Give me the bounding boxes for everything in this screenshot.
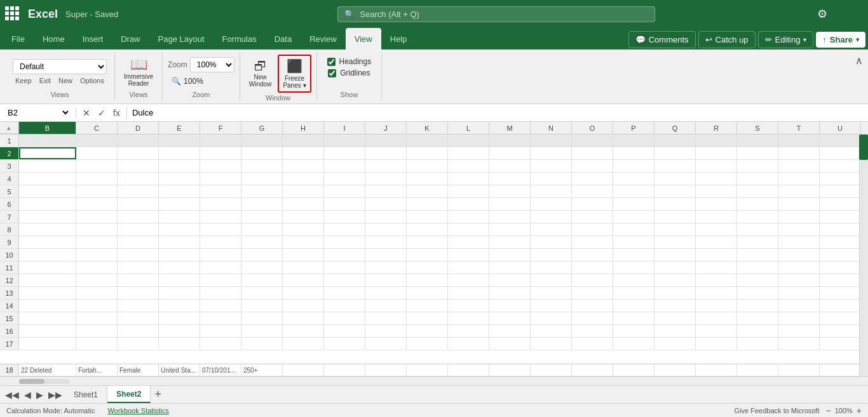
grid-cell[interactable] bbox=[654, 312, 696, 324]
grid-cell[interactable] bbox=[448, 312, 489, 324]
grid-cell[interactable] bbox=[407, 300, 448, 312]
cell-P1[interactable] bbox=[613, 135, 654, 147]
grid-cell[interactable] bbox=[159, 338, 200, 350]
cell-I1[interactable] bbox=[324, 135, 365, 147]
grid-cell[interactable] bbox=[365, 211, 407, 223]
grid-cell[interactable] bbox=[159, 287, 200, 299]
grid-cell[interactable] bbox=[654, 338, 696, 350]
grid-cell[interactable] bbox=[572, 338, 613, 350]
grid-cell[interactable] bbox=[696, 160, 737, 172]
grid-cell[interactable] bbox=[654, 287, 696, 299]
grid-cell[interactable] bbox=[696, 274, 737, 286]
grid-cell[interactable] bbox=[407, 185, 448, 197]
grid-cell[interactable] bbox=[778, 198, 820, 210]
cell-K2[interactable] bbox=[407, 147, 448, 159]
grid-cell[interactable] bbox=[696, 236, 737, 248]
grid-cell[interactable] bbox=[820, 173, 861, 185]
grid-cell[interactable] bbox=[531, 198, 572, 210]
cell-O18[interactable] bbox=[572, 364, 613, 376]
grid-cell[interactable] bbox=[778, 300, 820, 312]
grid-cell[interactable] bbox=[19, 249, 76, 261]
grid-cell[interactable] bbox=[365, 312, 407, 324]
cell-H1[interactable] bbox=[283, 135, 324, 147]
grid-cell[interactable] bbox=[820, 300, 861, 312]
cell-M18[interactable] bbox=[489, 364, 531, 376]
grid-cell[interactable] bbox=[76, 325, 118, 337]
grid-cell[interactable] bbox=[737, 325, 778, 337]
cell-F18[interactable]: 07/10/201... bbox=[200, 364, 241, 376]
grid-cell[interactable] bbox=[778, 312, 820, 324]
grid-cell[interactable] bbox=[696, 223, 737, 235]
cell-C2[interactable] bbox=[76, 147, 118, 159]
grid-cell[interactable] bbox=[200, 300, 241, 312]
grid-cell[interactable] bbox=[654, 261, 696, 274]
row-header-15[interactable]: 15 bbox=[0, 312, 19, 324]
grid-cell[interactable] bbox=[820, 185, 861, 197]
grid-cell[interactable] bbox=[531, 300, 572, 312]
col-header-M[interactable]: M bbox=[489, 122, 531, 134]
grid-cell[interactable] bbox=[489, 312, 531, 324]
cell-N2[interactable] bbox=[531, 147, 572, 159]
gridlines-checkbox[interactable] bbox=[328, 69, 336, 77]
grid-cell[interactable] bbox=[572, 198, 613, 210]
cell-R18[interactable] bbox=[696, 364, 737, 376]
grid-cell[interactable] bbox=[448, 236, 489, 248]
grid-cell[interactable] bbox=[407, 338, 448, 350]
grid-cell[interactable] bbox=[531, 223, 572, 235]
grid-cell[interactable] bbox=[283, 261, 324, 274]
grid-cell[interactable] bbox=[407, 261, 448, 274]
grid-cell[interactable] bbox=[19, 198, 76, 210]
tab-review[interactable]: Review bbox=[301, 28, 346, 50]
grid-cell[interactable] bbox=[365, 274, 407, 286]
comments-button[interactable]: 💬 Comments bbox=[628, 31, 696, 48]
grid-cell[interactable] bbox=[241, 274, 283, 286]
cell-O2[interactable] bbox=[572, 147, 613, 159]
grid-cell[interactable] bbox=[365, 338, 407, 350]
grid-cell[interactable] bbox=[820, 198, 861, 210]
grid-cell[interactable] bbox=[283, 312, 324, 324]
tab-home[interactable]: Home bbox=[34, 28, 74, 50]
sheet-tab-sheet1[interactable]: Sheet1 bbox=[65, 386, 107, 403]
grid-cell[interactable] bbox=[118, 338, 159, 350]
grid-cell[interactable] bbox=[407, 274, 448, 286]
grid-cell[interactable] bbox=[613, 173, 654, 185]
sheet-nav-first[interactable]: ◀◀ bbox=[3, 390, 22, 400]
grid-cell[interactable] bbox=[778, 236, 820, 248]
grid-cell[interactable] bbox=[365, 249, 407, 261]
grid-cell[interactable] bbox=[531, 185, 572, 197]
grid-cell[interactable] bbox=[76, 287, 118, 299]
vertical-scroll-thumb[interactable] bbox=[859, 135, 868, 160]
grid-cell[interactable] bbox=[572, 223, 613, 235]
grid-cell[interactable] bbox=[613, 211, 654, 223]
grid-cell[interactable] bbox=[19, 223, 76, 235]
grid-cell[interactable] bbox=[448, 300, 489, 312]
grid-cell[interactable] bbox=[737, 249, 778, 261]
cell-P18[interactable] bbox=[613, 364, 654, 376]
cell-D18[interactable]: Female bbox=[118, 364, 159, 376]
grid-cell[interactable] bbox=[572, 300, 613, 312]
zoom-dropdown[interactable]: 100% bbox=[190, 57, 234, 72]
grid-cell[interactable] bbox=[613, 338, 654, 350]
grid-cell[interactable] bbox=[489, 287, 531, 299]
grid-cell[interactable] bbox=[572, 325, 613, 337]
row-header-2[interactable]: 2 bbox=[0, 147, 19, 159]
cell-H2[interactable] bbox=[283, 147, 324, 159]
grid-cell[interactable] bbox=[778, 338, 820, 350]
row-header-6[interactable]: 6 bbox=[0, 198, 19, 210]
headings-checkbox[interactable] bbox=[327, 58, 336, 66]
search-bar[interactable]: 🔍 Search (Alt + Q) bbox=[337, 6, 655, 22]
grid-cell[interactable] bbox=[76, 173, 118, 185]
grid-cell[interactable] bbox=[531, 160, 572, 172]
grid-cell[interactable] bbox=[118, 211, 159, 223]
grid-cell[interactable] bbox=[696, 325, 737, 337]
keep-button[interactable]: Keep bbox=[13, 76, 34, 86]
grid-cell[interactable] bbox=[283, 198, 324, 210]
grid-cell[interactable] bbox=[737, 312, 778, 324]
grid-cell[interactable] bbox=[778, 185, 820, 197]
grid-cell[interactable] bbox=[118, 274, 159, 286]
grid-cell[interactable] bbox=[696, 211, 737, 223]
cell-M2[interactable] bbox=[489, 147, 531, 159]
grid-cell[interactable] bbox=[489, 160, 531, 172]
grid-cell[interactable] bbox=[696, 312, 737, 324]
grid-cell[interactable] bbox=[778, 325, 820, 337]
